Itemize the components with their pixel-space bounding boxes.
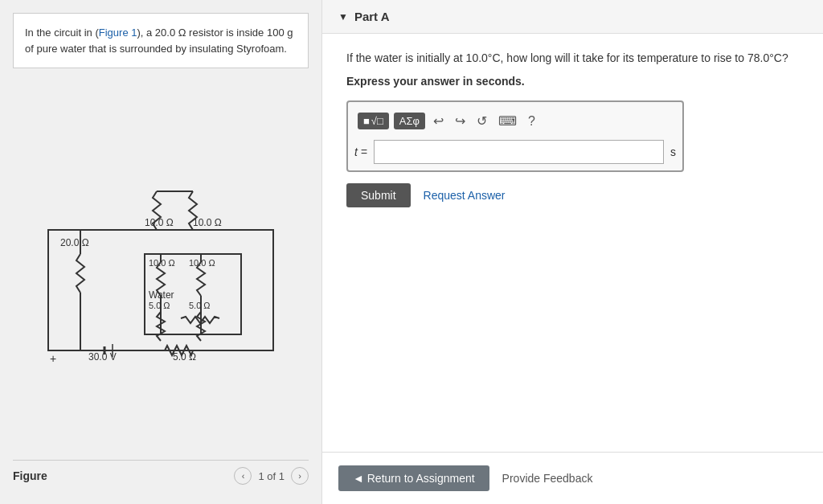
figure-nav-controls: ‹ 1 of 1 › [234,467,309,485]
part-title: Part A [354,10,390,23]
answer-instruction: Express your answer in seconds. [346,75,799,88]
square-icon: ■ [363,115,370,127]
svg-text:20.0 Ω: 20.0 Ω [60,237,89,248]
alpha-sigma-phi-icon: AΣφ [399,115,420,127]
input-label: t = [354,145,367,158]
symbol-button[interactable]: AΣφ [394,113,425,129]
redo-button[interactable]: ↪ [452,112,469,130]
math-template-button[interactable]: ■ √□ [358,113,389,129]
action-row: Submit Request Answer [346,183,799,207]
svg-text:10.0 Ω: 10.0 Ω [193,217,222,228]
figure-next-button[interactable]: › [291,467,309,485]
undo-button[interactable]: ↩ [430,112,447,130]
svg-text:10.0 Ω: 10.0 Ω [149,258,175,268]
sqrt-icon: √□ [371,115,383,127]
submit-button[interactable]: Submit [346,183,411,207]
collapse-arrow-icon[interactable]: ▼ [338,11,348,23]
svg-text:5.0 Ω: 5.0 Ω [189,301,211,310]
svg-text:10.0 Ω: 10.0 Ω [189,258,215,268]
part-header: ▼ Part A [322,0,823,34]
input-row: t = s [354,140,676,164]
figure-label: Figure [13,469,47,482]
figure-prev-button[interactable]: ‹ [234,467,252,485]
left-panel: In the circuit in (Figure 1), a 20.0 Ω r… [0,0,321,504]
keyboard-button[interactable]: ⌨ [495,112,520,130]
math-toolbar: ■ √□ AΣφ ↩ ↪ ↺ ⌨ ? [354,109,676,133]
question-area: If the water is initially at 10.0°C, how… [322,34,823,452]
right-panel: ▼ Part A If the water is initially at 10… [321,0,823,504]
unit-label: s [670,145,676,158]
figure-nav: Figure ‹ 1 of 1 › [13,460,309,491]
bottom-bar: ◄ Return to Assignment Provide Feedback [322,452,823,504]
help-button[interactable]: ? [525,113,538,130]
answer-input[interactable] [374,140,664,164]
request-answer-button[interactable]: Request Answer [424,189,506,202]
svg-text:+: + [50,352,56,365]
circuit-diagram: Water 20.0 Ω 10.0 Ω 10.0 Ω 10.0 Ω [13,88,309,460]
page-indicator: 1 of 1 [258,470,285,482]
return-assignment-button[interactable]: ◄ Return to Assignment [338,465,489,491]
answer-box: ■ √□ AΣφ ↩ ↪ ↺ ⌨ ? t = s [346,100,684,172]
figure-link[interactable]: Figure 1 [99,27,137,39]
question-text: If the water is initially at 10.0°C, how… [346,50,799,67]
problem-text-box: In the circuit in (Figure 1), a 20.0 Ω r… [13,13,309,68]
refresh-button[interactable]: ↺ [473,112,490,130]
svg-text:5.0 Ω: 5.0 Ω [149,301,170,310]
provide-feedback-button[interactable]: Provide Feedback [502,472,593,485]
